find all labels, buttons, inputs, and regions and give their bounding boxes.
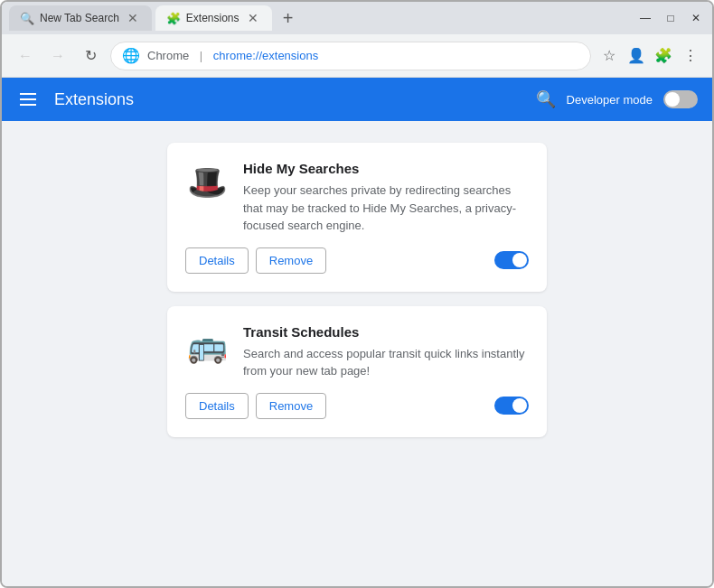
ext1-toggle-wrap — [494, 251, 529, 269]
tab2-icon: 🧩 — [166, 12, 181, 25]
ext1-description: Keep your searches private by redirectin… — [243, 182, 529, 235]
header-right: 🔍 Developer mode — [536, 89, 698, 109]
extensions-title: Extensions — [54, 90, 134, 109]
tab1-title: New Tab Search — [40, 12, 119, 24]
ext2-name: Transit Schedules — [243, 324, 529, 340]
extension-card-transit-schedules: 🚌 Transit Schedules Search and access po… — [167, 306, 547, 437]
ext2-header: 🚌 Transit Schedules Search and access po… — [185, 324, 529, 380]
address-protocol: Chrome — [147, 49, 189, 62]
ext2-remove-button[interactable]: Remove — [256, 393, 326, 419]
tab1-icon: 🔍 — [20, 12, 34, 25]
header-search-icon[interactable]: 🔍 — [536, 89, 556, 109]
toggle-slider — [663, 90, 698, 108]
ext1-header: 🎩 Hide My Searches Keep your searches pr… — [185, 161, 529, 235]
ext1-info: Hide My Searches Keep your searches priv… — [243, 161, 529, 235]
address-icons: ☆ 👤 🧩 ⋮ — [598, 45, 701, 67]
address-input[interactable]: 🌐 Chrome | chrome://extensions — [110, 42, 591, 70]
new-tab-button[interactable]: + — [276, 5, 301, 31]
tab2-title: Extensions — [186, 12, 240, 24]
ext2-toggle-wrap — [494, 397, 529, 415]
window-controls: — □ ✕ — [636, 9, 705, 27]
profile-icon[interactable]: 👤 — [625, 45, 647, 67]
ext2-toggle[interactable] — [494, 397, 529, 415]
hamburger-menu[interactable] — [16, 89, 40, 109]
address-bar: ← → ↻ 🌐 Chrome | chrome://extensions ☆ 👤… — [2, 34, 712, 78]
browser-window: 🔍 New Tab Search ✕ 🧩 Extensions ✕ + — □ … — [0, 0, 714, 588]
tab2-close-button[interactable]: ✕ — [245, 10, 261, 26]
tab-new-tab-search[interactable]: 🔍 New Tab Search ✕ — [9, 5, 152, 31]
ext1-details-button[interactable]: Details — [185, 247, 249, 274]
extensions-content: rish.com 🎩 Hide My Searches Keep your se… — [2, 121, 712, 586]
ext2-actions: Details Remove — [185, 393, 529, 419]
reload-button[interactable]: ↻ — [78, 43, 103, 69]
chrome-icon: 🌐 — [122, 47, 140, 64]
tab1-close-button[interactable]: ✕ — [125, 10, 141, 26]
ext1-slider — [494, 251, 529, 269]
maximize-button[interactable]: □ — [662, 9, 680, 27]
ext2-icon: 🚌 — [185, 324, 229, 368]
developer-mode-label: Developer mode — [567, 93, 653, 107]
bookmark-icon[interactable]: ☆ — [598, 45, 620, 67]
ext1-icon: 🎩 — [185, 161, 229, 204]
back-button[interactable]: ← — [13, 43, 38, 69]
forward-button[interactable]: → — [45, 43, 70, 69]
extensions-icon[interactable]: 🧩 — [653, 45, 674, 67]
close-button[interactable]: ✕ — [687, 9, 705, 27]
minimize-button[interactable]: — — [636, 9, 654, 27]
ext1-name: Hide My Searches — [243, 161, 529, 176]
hamburger-line2 — [20, 98, 36, 100]
ext2-slider — [494, 397, 529, 415]
hamburger-line1 — [20, 93, 36, 95]
ext1-actions: Details Remove — [185, 247, 529, 274]
ext2-description: Search and access popular transit quick … — [243, 345, 529, 380]
menu-icon[interactable]: ⋮ — [680, 45, 701, 67]
address-separator: | — [196, 49, 206, 62]
tab-extensions[interactable]: 🧩 Extensions ✕ — [155, 5, 272, 31]
address-url: chrome://extensions — [213, 49, 318, 62]
ext2-info: Transit Schedules Search and access popu… — [243, 324, 529, 380]
ext1-remove-button[interactable]: Remove — [256, 247, 326, 274]
extension-card-hide-my-searches: 🎩 Hide My Searches Keep your searches pr… — [167, 143, 547, 292]
hamburger-line3 — [20, 104, 36, 106]
title-bar: 🔍 New Tab Search ✕ 🧩 Extensions ✕ + — □ … — [2, 2, 712, 34]
developer-mode-toggle[interactable] — [663, 90, 698, 108]
extensions-header: Extensions 🔍 Developer mode — [2, 78, 712, 121]
ext1-toggle[interactable] — [494, 251, 529, 269]
ext2-details-button[interactable]: Details — [185, 393, 249, 419]
